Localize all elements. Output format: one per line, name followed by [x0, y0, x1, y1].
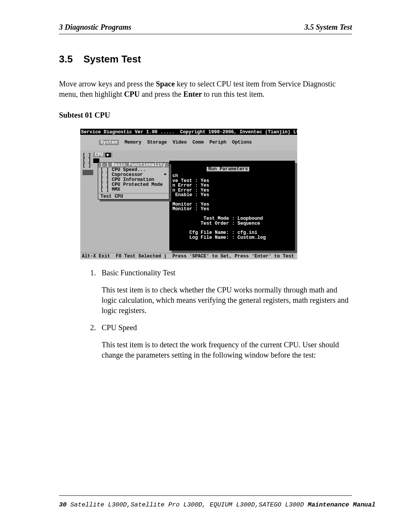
menubar-periph[interactable]: Periph: [209, 140, 226, 145]
run-parameters-panel: Run Parameters ch ve Test : Yes n Error …: [169, 161, 295, 251]
ordered-list: 1. Basic Functionality Test This test it…: [90, 268, 352, 360]
menubar-comm[interactable]: Comm: [193, 140, 204, 145]
footer-rule: [59, 495, 352, 496]
menubar-system[interactable]: System: [99, 140, 119, 145]
params-lines: ch ve Test : Yes n Error : Yes n Error :…: [172, 174, 292, 240]
list-title: CPU Speed: [102, 323, 352, 332]
section-number: 3.5: [59, 53, 73, 65]
params-title: Run Parameters: [207, 167, 249, 171]
key-space: Space: [156, 80, 175, 88]
dos-workspace: [ ] [ ] [ ] CPU ▶ Run Parameters ch ve T…: [80, 150, 297, 253]
intro-paragraph: Move arrow keys and press the Space key …: [59, 79, 352, 99]
footer-models: Satellite L300D,Satellite Pro L300D, EQU…: [67, 501, 308, 508]
cpu-selected-item[interactable]: CPU ▶: [93, 153, 112, 157]
cpu-submenu: [ ] Basic Functionality [ ] CPU Speed...…: [98, 162, 169, 200]
dos-status-bar: Alt-X Exit F8 Test Selected | Press 'SPA…: [80, 253, 297, 259]
menubar-video[interactable]: Video: [173, 140, 187, 145]
cpu-label: CPU: [95, 153, 103, 157]
menu-basic-functionality[interactable]: [ ] Basic Functionality: [98, 163, 169, 168]
page-footer: 30 Satellite L300D,Satellite Pro L300D, …: [59, 495, 352, 508]
running-header: 3 Diagnostic Programs 3.5 System Test: [59, 23, 352, 34]
menu-coprocessor[interactable]: [ ] Coprocessor▶: [98, 173, 169, 177]
key-cpu: CPU: [124, 90, 140, 98]
menubar-memory[interactable]: Memory: [124, 140, 142, 145]
menubar-storage[interactable]: Storage: [147, 140, 167, 145]
footer-text: 30 Satellite L300D,Satellite Pro L300D, …: [59, 501, 352, 508]
params-content: Run Parameters ch ve Test : Yes n Error …: [169, 161, 295, 251]
section-title: 3.5System Test: [59, 53, 352, 65]
menu-cpu-information[interactable]: [ ] CPU Information: [98, 177, 169, 182]
menubar-options[interactable]: Options: [232, 140, 252, 145]
footer-manual: Maintenance Manual: [308, 501, 376, 508]
intro-text: and press the: [140, 90, 183, 98]
intro-text: Move arrow keys and press the: [59, 80, 156, 88]
dos-title-bar: Service Diagnostic Ver 1.00 ..... Copyri…: [80, 129, 297, 135]
menu-separator: [98, 193, 169, 193]
menu-cpu-protected-mode[interactable]: [ ] CPU Protected Mode: [98, 182, 169, 187]
side-brackets: [ ] [ ] [ ]: [83, 153, 91, 168]
subtest-heading: Subtest 01 CPU: [59, 111, 352, 120]
list-title: Basic Functionality Test: [102, 268, 352, 277]
menu-mmx[interactable]: [ ] MMX: [98, 187, 169, 192]
list-number: 2.: [90, 323, 102, 360]
dos-screenshot: Service Diagnostic Ver 1.00 ..... Copyri…: [80, 129, 297, 259]
menu-test-cpu[interactable]: Test CPU: [98, 194, 169, 199]
header-left: 3 Diagnostic Programs: [59, 23, 131, 32]
dos-menubar: System Memory Storage Video Comm Periph …: [80, 135, 297, 150]
menu-cpu-speed[interactable]: [ ] CPU Speed...: [98, 168, 169, 173]
list-item: 2. CPU Speed This test item is to detect…: [90, 323, 352, 360]
shadow-stub: [83, 170, 93, 175]
intro-text: to run this test item.: [202, 90, 264, 98]
section-name: System Test: [83, 53, 141, 65]
list-description: This test item is to check whether the C…: [102, 285, 352, 316]
list-number: 1.: [90, 268, 102, 316]
page-number: 30: [59, 501, 67, 508]
header-right: 3.5 System Test: [304, 23, 352, 32]
key-enter: Enter: [183, 90, 202, 98]
list-item: 1. Basic Functionality Test This test it…: [90, 268, 352, 316]
list-description: This test item is to detect the work fre…: [102, 340, 352, 360]
submenu-arrow-icon: ▶: [105, 153, 111, 157]
submenu-arrow-icon: ▶: [164, 173, 167, 177]
